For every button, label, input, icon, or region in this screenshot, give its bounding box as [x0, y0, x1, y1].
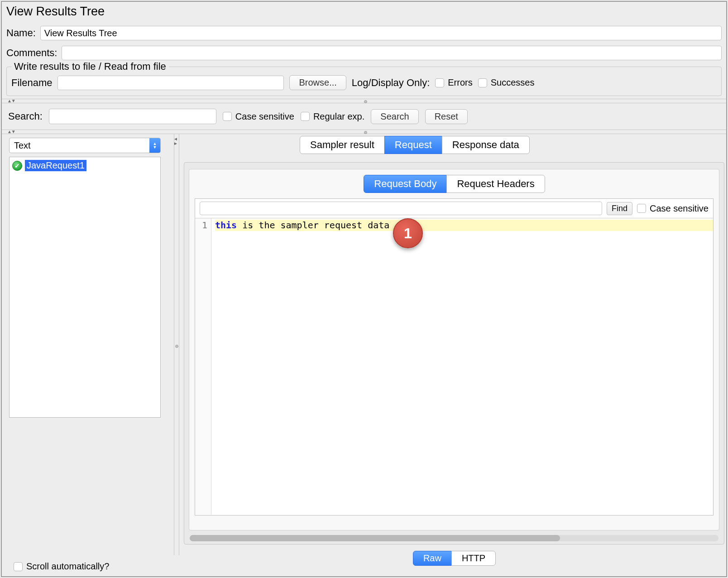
scrollbar-thumb[interactable] [190, 535, 560, 541]
find-case-checkbox[interactable]: Case sensitive [637, 203, 709, 214]
tab-sampler-result[interactable]: Sampler result [300, 136, 385, 154]
file-fieldset: Write results to file / Read from file F… [6, 67, 722, 96]
tab-request-headers[interactable]: Request Headers [446, 175, 545, 193]
line-number: 1 [195, 220, 207, 231]
request-panel: Request Body Request Headers Find Case s… [184, 162, 724, 544]
successes-checkbox[interactable]: Successes [478, 77, 535, 88]
sub-tabbar: Request Body Request Headers [195, 175, 714, 193]
view-results-tree-panel: View Results Tree Name: Comments: Write … [1, 1, 727, 577]
name-input[interactable] [40, 26, 722, 40]
search-regex-label: Regular exp. [313, 111, 364, 122]
code-frame: Find Case sensitive 1 this is the [195, 198, 714, 515]
tab-response-data[interactable]: Response data [442, 136, 530, 154]
main-tabbar: Sampler result Request Response data [300, 136, 726, 154]
find-input[interactable] [200, 202, 602, 215]
tab-request[interactable]: Request [384, 136, 442, 154]
search-case-checkbox[interactable]: Case sensitive [223, 111, 294, 122]
annotation-badge: 1 [393, 218, 423, 248]
tree-item-label: JavaRequest1 [25, 160, 86, 171]
search-button[interactable]: Search [371, 109, 418, 124]
renderer-dropdown[interactable]: Text ▲▼ [9, 138, 161, 153]
checkbox-icon [301, 112, 310, 121]
search-label: Search: [8, 111, 43, 122]
errors-checkbox-label: Errors [448, 77, 472, 88]
filename-input[interactable] [57, 76, 284, 90]
errors-checkbox[interactable]: Errors [435, 77, 472, 88]
splitter-arrows-icon: ▲ ▼ [7, 129, 15, 134]
splitter-grip-icon [364, 100, 367, 103]
horizontal-scrollbar[interactable] [190, 535, 718, 541]
results-tree[interactable]: ✓ JavaRequest1 [9, 157, 161, 418]
tree-item[interactable]: ✓ JavaRequest1 [12, 160, 158, 171]
splitter-arrows-icon: ▲ ▼ [7, 98, 15, 103]
checkbox-icon [435, 78, 444, 87]
tab-request-body[interactable]: Request Body [364, 175, 447, 193]
scroll-auto-label: Scroll automatically? [26, 561, 109, 572]
splitter-arrows-icon: ◄► [173, 137, 178, 146]
tab-raw[interactable]: Raw [413, 551, 452, 566]
logdisplay-label: Log/Display Only: [352, 77, 430, 89]
reset-button[interactable]: Reset [425, 109, 468, 124]
file-legend: Write results to file / Read from file [11, 61, 169, 72]
horizontal-splitter-mid[interactable]: ▲ ▼ [2, 130, 726, 134]
find-button[interactable]: Find [607, 202, 632, 215]
browse-button[interactable]: Browse... [289, 75, 346, 90]
code-body[interactable]: 1 this is the sampler request data [195, 218, 713, 515]
vertical-splitter[interactable]: ◄► [174, 134, 179, 555]
scroll-auto-checkbox[interactable]: Scroll automatically? [14, 561, 109, 572]
splitter-grip-icon [364, 131, 367, 134]
code-gutter: 1 [195, 218, 211, 515]
code-rest: is the sampler request data [237, 220, 389, 231]
horizontal-splitter-top[interactable]: ▲ ▼ [2, 99, 726, 103]
checkbox-icon [14, 562, 23, 571]
search-regex-checkbox[interactable]: Regular exp. [301, 111, 364, 122]
tab-http[interactable]: HTTP [451, 551, 496, 566]
chevron-updown-icon: ▲▼ [149, 138, 160, 153]
code-keyword: this [215, 220, 237, 231]
search-case-label: Case sensitive [235, 111, 294, 122]
find-case-label: Case sensitive [650, 203, 709, 214]
comments-input[interactable] [62, 46, 722, 60]
name-label: Name: [6, 27, 36, 39]
panel-title: View Results Tree [6, 5, 105, 18]
success-shield-icon: ✓ [12, 161, 22, 171]
search-input[interactable] [49, 109, 216, 124]
checkbox-icon [223, 112, 232, 121]
code-content[interactable]: this is the sampler request data [211, 218, 713, 515]
filename-label: Filename [11, 77, 52, 89]
successes-checkbox-label: Successes [491, 77, 535, 88]
comments-label: Comments: [6, 47, 57, 59]
checkbox-icon [478, 78, 487, 87]
checkbox-icon [637, 204, 646, 213]
splitter-grip-icon [175, 345, 178, 348]
request-inner-panel: Request Body Request Headers Find Case s… [189, 169, 719, 530]
renderer-selected: Text [14, 140, 31, 151]
